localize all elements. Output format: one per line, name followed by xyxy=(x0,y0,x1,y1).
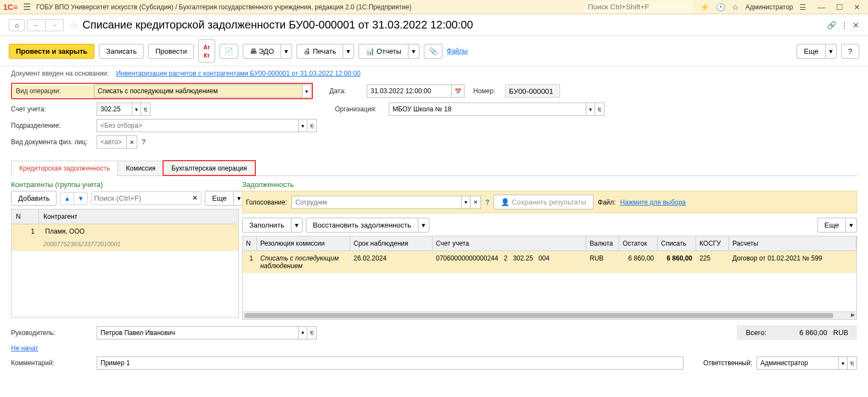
dropdown-icon[interactable]: ▾ xyxy=(462,196,471,209)
save-results-button[interactable]: 👤 Сохранить результаты xyxy=(494,195,593,209)
back-icon[interactable]: ← xyxy=(27,20,46,31)
fill-button[interactable]: Заполнить ▾ xyxy=(242,218,303,232)
post-close-button[interactable]: Провести и закрыть xyxy=(9,44,94,59)
edo-button[interactable]: 🖶 ЭДО ▾ xyxy=(243,44,292,59)
up-icon[interactable]: ▲ xyxy=(60,192,74,205)
tab-debt[interactable]: Кредиторская задолженность xyxy=(11,161,118,176)
settings-icon[interactable]: ☰ xyxy=(799,3,807,12)
chevron-down-icon[interactable]: ▾ xyxy=(281,44,292,59)
clear-icon[interactable]: ✕ xyxy=(127,135,137,149)
chevron-down-icon[interactable]: ▾ xyxy=(825,44,837,59)
table-row[interactable]: 1 Пламя, ООО 20007752369233772010001 xyxy=(12,224,238,251)
down-icon[interactable]: ▼ xyxy=(74,192,87,205)
leader-input[interactable] xyxy=(97,326,299,339)
reports-button[interactable]: 📊 Отчеты ▾ xyxy=(359,44,419,59)
left-table-head: N Контрагент xyxy=(11,209,239,224)
open-icon[interactable]: ⎗ xyxy=(307,326,317,339)
page-title: Списание кредиторской задолженности БУ00… xyxy=(82,19,827,31)
right-more-label: Еще xyxy=(817,218,845,232)
post-button[interactable]: Провести xyxy=(148,44,194,59)
chevron-down-icon[interactable]: ▾ xyxy=(418,218,429,232)
chevron-down-icon[interactable]: ▾ xyxy=(408,44,419,59)
calendar-icon[interactable]: 📅 xyxy=(452,84,464,98)
dt-kt-button[interactable]: AтКт xyxy=(198,39,215,63)
document-icon[interactable]: 📄 xyxy=(220,44,238,59)
close-tab-icon[interactable]: ✕ xyxy=(853,21,859,30)
right-section: Задолженность xyxy=(242,176,857,191)
scroll-thumb[interactable] xyxy=(244,313,833,318)
star-icon[interactable]: ☆ xyxy=(732,3,739,12)
chevron-down-icon[interactable]: ▾ xyxy=(291,218,303,232)
number-input[interactable] xyxy=(505,84,560,98)
more-button[interactable]: Еще ▾ xyxy=(797,44,836,59)
link-icon[interactable]: 🔗 xyxy=(827,21,836,30)
arrow-right-icon[interactable]: ▶ xyxy=(849,312,856,320)
restore-button[interactable]: Восстановить задолженность ▾ xyxy=(306,218,429,232)
dropdown-icon[interactable]: ▾ xyxy=(586,103,595,116)
resp-input[interactable] xyxy=(757,356,839,370)
kebab-icon[interactable]: ⋮ xyxy=(841,21,848,30)
dropdown-icon[interactable]: ▾ xyxy=(299,119,307,132)
maximize-icon[interactable]: ☐ xyxy=(832,3,848,12)
op-type-input[interactable] xyxy=(94,84,303,98)
row-counterparty: Пламя, ООО xyxy=(41,224,89,239)
file-link[interactable]: Нажмите для выбора xyxy=(620,198,686,206)
clear-icon[interactable]: ✕ xyxy=(471,196,481,209)
minimize-icon[interactable]: — xyxy=(813,3,830,12)
open-icon[interactable]: ⎗ xyxy=(595,103,604,116)
doctype-input[interactable] xyxy=(97,135,127,149)
voting-input[interactable] xyxy=(292,196,462,209)
help-icon[interactable]: ? xyxy=(485,198,489,206)
org-input[interactable] xyxy=(389,103,586,116)
help-button[interactable]: ? xyxy=(841,44,859,59)
right-pane: Задолженность Голосование: ▾ ✕ ? 👤 Сохра… xyxy=(242,176,857,320)
open-icon[interactable]: ⎗ xyxy=(307,119,317,132)
left-search[interactable] xyxy=(92,192,189,205)
comment-input[interactable] xyxy=(97,356,684,370)
not-started-link[interactable]: Не начат xyxy=(11,344,38,352)
print-button[interactable]: 🖨 Печать ▾ xyxy=(296,44,354,59)
tab-commission[interactable]: Комиссия xyxy=(117,161,164,175)
user-label[interactable]: Администратор xyxy=(746,3,793,11)
open-icon[interactable]: ⎗ xyxy=(848,356,857,370)
dropdown-icon[interactable]: ▾ xyxy=(132,103,141,116)
nav-arrows: ← → xyxy=(27,19,64,31)
table-empty xyxy=(243,273,856,311)
left-more-button[interactable]: Еще ▾ xyxy=(205,191,244,206)
rcol-res: Резолюция комиссии xyxy=(257,236,350,251)
tab-operation[interactable]: Бухгалтерская операция xyxy=(163,161,255,175)
info-line: Документ введен на основании: Инвентариз… xyxy=(0,66,868,81)
dept-input[interactable] xyxy=(97,119,299,132)
save-button[interactable]: Записать xyxy=(99,44,144,59)
attach-icon[interactable]: 📎 xyxy=(424,44,443,59)
dropdown-icon[interactable]: ▾ xyxy=(299,326,307,339)
open-icon[interactable]: ⎗ xyxy=(141,103,150,116)
home-button[interactable]: ⌂ xyxy=(9,19,25,31)
left-table-body[interactable]: 1 Пламя, ООО 20007752369233772010001 xyxy=(11,224,239,317)
dropdown-icon[interactable]: ▾ xyxy=(839,356,848,370)
rcol-calc: Расчеты xyxy=(729,236,856,251)
basis-link[interactable]: Инвентаризация расчетов с контрагентами … xyxy=(116,70,360,77)
forward-icon[interactable]: → xyxy=(46,20,63,31)
add-button[interactable]: Добавить xyxy=(11,191,57,206)
date-input[interactable] xyxy=(367,84,452,98)
left-more-label: Еще xyxy=(205,191,233,206)
files-link[interactable]: Файлы xyxy=(447,47,468,55)
leader-label: Руководитель: xyxy=(11,329,92,337)
clear-icon[interactable]: ✕ xyxy=(189,192,201,205)
right-more-button[interactable]: Еще ▾ xyxy=(817,218,857,232)
chevron-down-icon[interactable]: ▾ xyxy=(845,218,857,232)
help-icon[interactable]: ? xyxy=(142,138,145,146)
bell-icon[interactable]: ⚡ xyxy=(700,3,709,12)
dropdown-icon[interactable]: ▾ xyxy=(303,84,311,98)
close-icon[interactable]: ✕ xyxy=(849,3,865,12)
edo-icon: 🖶 xyxy=(250,47,257,55)
favorite-icon[interactable]: ☆ xyxy=(69,19,78,31)
chevron-down-icon[interactable]: ▾ xyxy=(343,44,354,59)
account-input[interactable] xyxy=(97,103,132,116)
menu-icon[interactable]: ☰ xyxy=(23,2,31,12)
search-input[interactable] xyxy=(584,1,693,13)
clock-icon[interactable]: 🕐 xyxy=(716,3,725,12)
scrollbar-h[interactable]: ◀ ▶ xyxy=(243,311,856,319)
table-row[interactable]: 1 Списать с последующим наблюдением 26.0… xyxy=(243,251,856,273)
